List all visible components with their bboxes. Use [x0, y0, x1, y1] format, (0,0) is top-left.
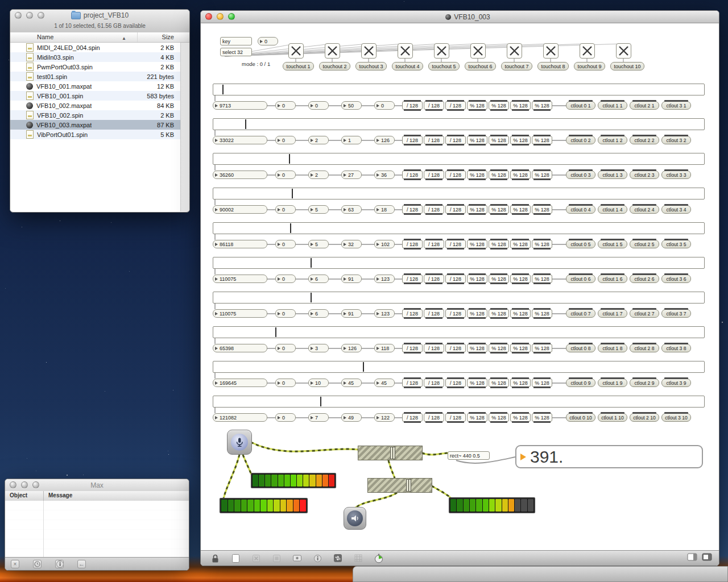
toggle-checkbox[interactable]: [507, 43, 522, 59]
touchout-message-box[interactable]: touchout 8: [537, 62, 569, 70]
touchout-message-box[interactable]: touchout 6: [465, 62, 496, 70]
touchout-message-box[interactable]: touchout 3: [355, 62, 387, 70]
row-number-box[interactable]: 0: [275, 379, 296, 387]
finder-file-row[interactable]: VibPortOut01.spin5 KB: [10, 130, 181, 139]
ctlout-message-box[interactable]: ctlout 0 6: [566, 275, 595, 283]
finder-file-row[interactable]: VFB10_001.spin583 bytes: [10, 91, 181, 101]
row-number-box[interactable]: 123: [374, 309, 395, 318]
ctlout-message-box[interactable]: ctlout 1 8: [598, 344, 627, 352]
row-number-box[interactable]: 3: [308, 344, 329, 352]
row-number-box[interactable]: 91: [341, 275, 362, 283]
row-number-box[interactable]: 18: [374, 205, 395, 214]
column-header-object[interactable]: Object: [5, 491, 43, 501]
actions-icon[interactable]: [332, 552, 344, 564]
row-slider[interactable]: [213, 361, 705, 373]
row-number-box[interactable]: 126: [374, 136, 395, 144]
ctlout-message-box[interactable]: ctlout 1 6: [598, 275, 627, 283]
row-value-number-box[interactable]: 9713: [213, 101, 267, 110]
toggle-checkbox[interactable]: [616, 43, 631, 59]
row-number-box[interactable]: 0: [275, 101, 296, 110]
cut-icon[interactable]: [250, 552, 262, 564]
console-log-area[interactable]: [5, 501, 189, 558]
ctlout-message-box[interactable]: ctlout 0 3: [566, 171, 595, 179]
row-number-box[interactable]: 45: [374, 379, 395, 387]
row-number-box[interactable]: 32: [341, 240, 362, 248]
paste-icon[interactable]: [270, 552, 283, 564]
presentation-icon[interactable]: [291, 552, 303, 564]
row-number-box[interactable]: 126: [341, 344, 362, 352]
ctlout-message-box[interactable]: ctlout 3 10: [661, 413, 691, 422]
minimize-button[interactable]: [217, 13, 224, 20]
ctlout-message-box[interactable]: ctlout 0 1: [566, 101, 595, 110]
row-slider[interactable]: [213, 153, 705, 165]
finder-file-row[interactable]: VFB10_001.maxpat12 KB: [10, 81, 181, 91]
row-number-box[interactable]: 0: [275, 275, 296, 283]
row-slider[interactable]: [213, 396, 705, 408]
row-number-box[interactable]: 10: [308, 379, 329, 387]
row-slider[interactable]: [213, 84, 705, 95]
column-header-message[interactable]: Message: [43, 491, 189, 501]
ctlout-message-box[interactable]: ctlout 3 9: [661, 379, 691, 387]
row-value-number-box[interactable]: 110075: [213, 309, 267, 318]
row-number-box[interactable]: 122: [374, 413, 395, 422]
row-number-box[interactable]: 0: [275, 171, 296, 179]
number-display[interactable]: 391.: [515, 445, 703, 468]
scrollbar-track[interactable]: [180, 43, 189, 211]
close-button[interactable]: [205, 13, 212, 20]
row-slider[interactable]: [213, 292, 705, 304]
grid-icon[interactable]: [352, 552, 365, 564]
row-number-box[interactable]: 0: [374, 101, 395, 110]
row-number-box[interactable]: 0: [275, 136, 296, 144]
row-number-box[interactable]: 5: [308, 240, 329, 248]
row-number-box[interactable]: 5: [308, 205, 329, 214]
new-object-icon[interactable]: [229, 552, 242, 564]
minimize-button[interactable]: [21, 481, 28, 488]
ctlout-message-box[interactable]: ctlout 3 4: [661, 205, 691, 214]
row-number-box[interactable]: 6: [308, 275, 329, 283]
ctlout-message-box[interactable]: ctlout 2 4: [630, 205, 659, 214]
finder-file-row[interactable]: VFB10_002.maxpat84 KB: [10, 101, 181, 110]
ctlout-message-box[interactable]: ctlout 0 7: [566, 309, 595, 318]
row-value-number-box[interactable]: 86118: [213, 240, 267, 248]
row-number-box[interactable]: 36: [374, 171, 395, 179]
ctlout-message-box[interactable]: ctlout 3 2: [661, 136, 691, 144]
close-button[interactable]: [10, 481, 16, 488]
row-number-box[interactable]: 6: [308, 309, 329, 318]
row-value-number-box[interactable]: 90002: [213, 205, 267, 214]
finder-file-row[interactable]: MidiIn03.spin4 KB: [10, 52, 181, 62]
row-value-number-box[interactable]: 169645: [213, 379, 267, 387]
touchout-message-box[interactable]: touchout 2: [319, 62, 350, 70]
mic-button[interactable]: [227, 430, 252, 455]
clear-icon[interactable]: ×: [11, 560, 19, 568]
touchout-message-box[interactable]: touchout 7: [501, 62, 532, 70]
ctlout-message-box[interactable]: ctlout 2 7: [630, 309, 659, 318]
toggle-checkbox[interactable]: [470, 43, 486, 59]
toggle-checkbox[interactable]: [361, 43, 377, 59]
row-number-box[interactable]: 0: [275, 344, 296, 352]
presentation-view-icon[interactable]: [702, 553, 712, 563]
metro-icon[interactable]: [373, 552, 385, 564]
ctlout-message-box[interactable]: ctlout 0 8: [566, 344, 595, 352]
row-value-number-box[interactable]: 110075: [213, 275, 267, 283]
row-slider[interactable]: [213, 118, 705, 130]
key-number-box[interactable]: 0: [258, 37, 278, 45]
info-icon[interactable]: [55, 560, 64, 568]
row-slider[interactable]: [213, 257, 705, 269]
row-number-box[interactable]: 0: [275, 240, 296, 248]
ctlout-message-box[interactable]: ctlout 2 8: [630, 344, 659, 352]
ctlout-message-box[interactable]: ctlout 1 2: [598, 136, 627, 144]
row-number-box[interactable]: 0: [275, 413, 296, 422]
row-number-box[interactable]: 0: [275, 205, 296, 214]
ctlout-message-box[interactable]: ctlout 3 7: [661, 309, 691, 318]
ctlout-message-box[interactable]: ctlout 3 8: [661, 344, 691, 352]
back-icon[interactable]: ←: [77, 560, 86, 568]
ctlout-message-box[interactable]: ctlout 0 9: [566, 379, 595, 387]
toggle-checkbox[interactable]: [288, 43, 304, 59]
ctlout-message-box[interactable]: ctlout 1 5: [598, 240, 627, 248]
ctlout-message-box[interactable]: ctlout 1 3: [598, 171, 627, 179]
gain-thumb[interactable]: [390, 447, 395, 459]
row-number-box[interactable]: 102: [374, 240, 395, 248]
ctlout-message-box[interactable]: ctlout 2 2: [630, 136, 659, 144]
row-number-box[interactable]: 123: [374, 275, 395, 283]
ctlout-message-box[interactable]: ctlout 2 10: [630, 413, 659, 422]
